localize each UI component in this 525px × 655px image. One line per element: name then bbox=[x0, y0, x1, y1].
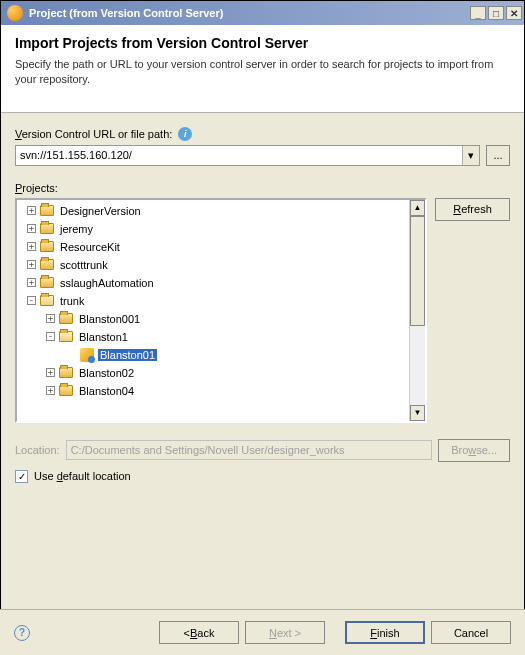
scrollbar[interactable]: ▲ ▼ bbox=[409, 200, 425, 421]
info-icon[interactable]: i bbox=[178, 127, 192, 141]
project-icon bbox=[80, 348, 94, 362]
scroll-thumb[interactable] bbox=[410, 216, 425, 326]
folder-open-icon bbox=[59, 331, 73, 342]
url-input[interactable] bbox=[16, 146, 462, 165]
projects-tree[interactable]: +DesignerVersion+jeremy+ResourceKit+scot… bbox=[15, 198, 427, 423]
projects-label: Projects: bbox=[15, 182, 510, 194]
tree-item-label[interactable]: Blanston01 bbox=[98, 349, 157, 361]
tree-item[interactable]: Blanston01 bbox=[17, 346, 409, 364]
window-title: Project (from Version Control Server) bbox=[29, 7, 468, 19]
tree-item-label[interactable]: sslaughAutomation bbox=[58, 277, 156, 289]
tree-item-label[interactable]: scotttrunk bbox=[58, 259, 110, 271]
expand-icon[interactable]: + bbox=[46, 386, 55, 395]
folder-open-icon bbox=[40, 295, 54, 306]
expand-icon[interactable]: + bbox=[27, 224, 36, 233]
chevron-down-icon[interactable]: ▾ bbox=[462, 146, 479, 165]
folder-icon bbox=[59, 367, 73, 378]
body: Version Control URL or file path: i ▾ ..… bbox=[1, 113, 524, 493]
back-button[interactable]: < Back bbox=[159, 621, 239, 644]
checkbox-icon[interactable]: ✓ bbox=[15, 470, 28, 483]
default-location-label: Use default location bbox=[34, 470, 131, 482]
url-combo[interactable]: ▾ bbox=[15, 145, 480, 166]
tree-item[interactable]: +jeremy bbox=[17, 220, 409, 238]
tree-item[interactable]: +Blanston001 bbox=[17, 310, 409, 328]
folder-icon bbox=[40, 205, 54, 216]
next-button: Next > bbox=[245, 621, 325, 644]
location-label: Location: bbox=[15, 444, 60, 456]
browse-location-button: Browse... bbox=[438, 439, 510, 462]
default-location-checkbox[interactable]: ✓ Use default location bbox=[15, 470, 510, 483]
tree-item-label[interactable]: Blanston1 bbox=[77, 331, 130, 343]
tree-item[interactable]: +sslaughAutomation bbox=[17, 274, 409, 292]
url-label: Version Control URL or file path: i bbox=[15, 127, 510, 141]
tree-item-label[interactable]: Blanston001 bbox=[77, 313, 142, 325]
wizard-banner: Import Projects from Version Control Ser… bbox=[1, 25, 524, 113]
tree-item-label[interactable]: Blanston04 bbox=[77, 385, 136, 397]
expand-icon[interactable]: + bbox=[27, 260, 36, 269]
scroll-up-icon[interactable]: ▲ bbox=[410, 200, 425, 216]
tree-item-label[interactable]: trunk bbox=[58, 295, 86, 307]
refresh-button[interactable]: Refresh bbox=[435, 198, 510, 221]
tree-item[interactable]: +Blanston04 bbox=[17, 382, 409, 400]
tree-item[interactable]: +Blanston02 bbox=[17, 364, 409, 382]
tree-item[interactable]: -trunk bbox=[17, 292, 409, 310]
tree-item-label[interactable]: jeremy bbox=[58, 223, 95, 235]
location-row: Location: Browse... bbox=[15, 439, 510, 462]
folder-icon bbox=[40, 277, 54, 288]
wizard-footer: ? < Back Next > Finish Cancel bbox=[0, 609, 525, 655]
title-bar: Project (from Version Control Server) _ … bbox=[1, 1, 524, 25]
minimize-button[interactable]: _ bbox=[470, 6, 486, 20]
collapse-icon[interactable]: - bbox=[27, 296, 36, 305]
tree-item[interactable]: +scotttrunk bbox=[17, 256, 409, 274]
folder-icon bbox=[59, 385, 73, 396]
location-input bbox=[66, 440, 432, 460]
tree-item-label[interactable]: ResourceKit bbox=[58, 241, 122, 253]
help-icon[interactable]: ? bbox=[14, 625, 30, 641]
folder-icon bbox=[40, 241, 54, 252]
collapse-icon[interactable]: - bbox=[46, 332, 55, 341]
tree-item-label[interactable]: DesignerVersion bbox=[58, 205, 143, 217]
browse-url-button[interactable]: ... bbox=[486, 145, 510, 166]
app-icon bbox=[7, 5, 23, 21]
folder-icon bbox=[40, 259, 54, 270]
expand-icon[interactable]: + bbox=[27, 206, 36, 215]
page-description: Specify the path or URL to your version … bbox=[15, 57, 510, 88]
tree-item-label[interactable]: Blanston02 bbox=[77, 367, 136, 379]
scroll-down-icon[interactable]: ▼ bbox=[410, 405, 425, 421]
expand-icon[interactable]: + bbox=[46, 314, 55, 323]
expand-icon[interactable]: + bbox=[27, 278, 36, 287]
close-button[interactable]: ✕ bbox=[506, 6, 522, 20]
maximize-button[interactable]: □ bbox=[488, 6, 504, 20]
tree-item[interactable]: +ResourceKit bbox=[17, 238, 409, 256]
folder-icon bbox=[59, 313, 73, 324]
cancel-button[interactable]: Cancel bbox=[431, 621, 511, 644]
finish-button[interactable]: Finish bbox=[345, 621, 425, 644]
tree-item[interactable]: +DesignerVersion bbox=[17, 202, 409, 220]
page-title: Import Projects from Version Control Ser… bbox=[15, 35, 510, 51]
folder-icon bbox=[40, 223, 54, 234]
expand-icon[interactable]: + bbox=[46, 368, 55, 377]
expand-icon[interactable]: + bbox=[27, 242, 36, 251]
tree-item[interactable]: -Blanston1 bbox=[17, 328, 409, 346]
